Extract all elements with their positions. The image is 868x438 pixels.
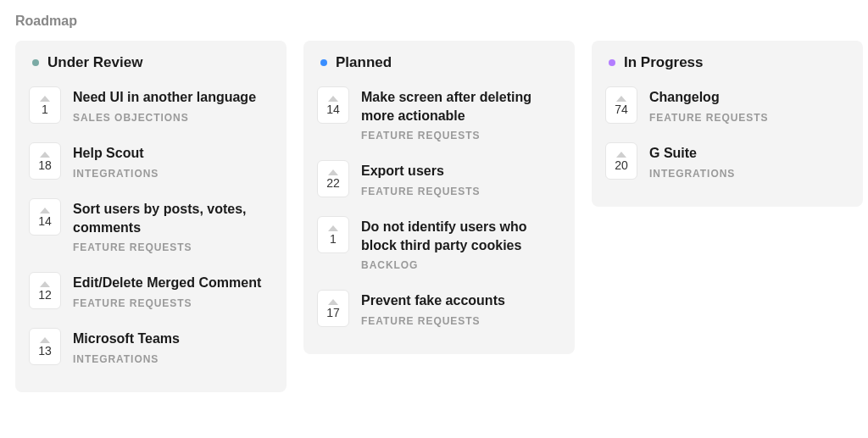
card-body: Export users FEATURE REQUESTS bbox=[361, 160, 561, 197]
caret-up-icon bbox=[40, 281, 50, 287]
column-title: In Progress bbox=[624, 54, 704, 71]
column-header: Planned bbox=[317, 54, 561, 71]
card-title[interactable]: Make screen after deleting more actionab… bbox=[361, 88, 561, 125]
vote-count: 13 bbox=[38, 345, 52, 357]
roadmap-card: 17 Prevent fake accounts FEATURE REQUEST… bbox=[317, 290, 561, 327]
card-body: Changelog FEATURE REQUESTS bbox=[649, 86, 849, 124]
upvote-button[interactable]: 20 bbox=[605, 142, 637, 180]
card-title[interactable]: Prevent fake accounts bbox=[361, 291, 561, 310]
card-title[interactable]: Edit/Delete Merged Comment bbox=[73, 274, 273, 292]
roadmap-card: 18 Help Scout INTEGRATIONS bbox=[29, 142, 273, 180]
card-title[interactable]: G Suite bbox=[649, 144, 849, 163]
vote-count: 1 bbox=[42, 103, 48, 115]
card-category: INTEGRATIONS bbox=[73, 168, 273, 180]
caret-up-icon bbox=[40, 152, 50, 158]
caret-up-icon bbox=[328, 169, 338, 175]
card-body: G Suite INTEGRATIONS bbox=[649, 142, 849, 180]
card-category: BACKLOG bbox=[361, 259, 561, 271]
caret-up-icon bbox=[328, 299, 338, 305]
vote-count: 74 bbox=[615, 103, 628, 115]
upvote-button[interactable]: 1 bbox=[317, 216, 349, 253]
caret-up-icon bbox=[328, 225, 338, 231]
roadmap-card: 13 Microsoft Teams INTEGRATIONS bbox=[29, 328, 273, 365]
roadmap-card: 74 Changelog FEATURE REQUESTS bbox=[605, 86, 849, 124]
roadmap-card: 22 Export users FEATURE REQUESTS bbox=[317, 160, 561, 197]
caret-up-icon bbox=[40, 208, 50, 213]
card-body: Do not identify users who block third pa… bbox=[361, 216, 561, 271]
card-title[interactable]: Sort users by posts, votes, comments bbox=[73, 200, 273, 236]
roadmap-card: 20 G Suite INTEGRATIONS bbox=[605, 142, 849, 180]
vote-count: 22 bbox=[326, 177, 340, 189]
vote-count: 20 bbox=[615, 159, 628, 171]
vote-count: 12 bbox=[38, 289, 52, 301]
card-title[interactable]: Help Scout bbox=[73, 144, 273, 163]
upvote-button[interactable]: 1 bbox=[29, 86, 61, 124]
card-body: Edit/Delete Merged Comment FEATURE REQUE… bbox=[73, 272, 273, 309]
upvote-button[interactable]: 14 bbox=[29, 198, 61, 236]
status-dot-icon bbox=[609, 59, 615, 66]
status-dot-icon bbox=[320, 59, 327, 66]
card-category: FEATURE REQUESTS bbox=[73, 241, 273, 253]
roadmap-card: 1 Need UI in another language SALES OBJE… bbox=[29, 86, 273, 124]
column-in-progress: In Progress 74 Changelog FEATURE REQUEST… bbox=[592, 41, 863, 207]
upvote-button[interactable]: 14 bbox=[317, 86, 349, 124]
caret-up-icon bbox=[40, 96, 50, 102]
caret-up-icon bbox=[616, 152, 626, 158]
column-header: Under Review bbox=[29, 54, 273, 71]
card-body: Make screen after deleting more actionab… bbox=[361, 86, 561, 141]
column-title: Under Review bbox=[47, 54, 142, 71]
card-body: Help Scout INTEGRATIONS bbox=[73, 142, 273, 180]
card-category: FEATURE REQUESTS bbox=[649, 112, 849, 124]
card-body: Microsoft Teams INTEGRATIONS bbox=[73, 328, 273, 365]
card-category: SALES OBJECTIONS bbox=[73, 112, 273, 124]
upvote-button[interactable]: 74 bbox=[605, 86, 637, 124]
column-under-review: Under Review 1 Need UI in another langua… bbox=[15, 41, 287, 392]
vote-count: 14 bbox=[38, 215, 52, 227]
roadmap-card: 14 Sort users by posts, votes, comments … bbox=[29, 198, 273, 253]
upvote-button[interactable]: 17 bbox=[317, 290, 349, 327]
status-dot-icon bbox=[32, 59, 39, 66]
column-title: Planned bbox=[336, 54, 392, 71]
card-category: INTEGRATIONS bbox=[73, 353, 273, 365]
caret-up-icon bbox=[616, 96, 626, 102]
roadmap-card: 1 Do not identify users who block third … bbox=[317, 216, 561, 271]
card-title[interactable]: Export users bbox=[361, 162, 561, 180]
card-title[interactable]: Changelog bbox=[649, 88, 849, 107]
card-title[interactable]: Need UI in another language bbox=[73, 88, 273, 107]
card-body: Sort users by posts, votes, comments FEA… bbox=[73, 198, 273, 253]
roadmap-board: Under Review 1 Need UI in another langua… bbox=[15, 41, 853, 392]
column-header: In Progress bbox=[605, 54, 849, 71]
caret-up-icon bbox=[40, 337, 50, 343]
card-category: FEATURE REQUESTS bbox=[361, 315, 561, 327]
upvote-button[interactable]: 13 bbox=[29, 328, 61, 365]
card-title[interactable]: Do not identify users who block third pa… bbox=[361, 218, 561, 254]
roadmap-card: 14 Make screen after deleting more actio… bbox=[317, 86, 561, 141]
roadmap-card: 12 Edit/Delete Merged Comment FEATURE RE… bbox=[29, 272, 273, 309]
card-body: Need UI in another language SALES OBJECT… bbox=[73, 86, 273, 124]
card-body: Prevent fake accounts FEATURE REQUESTS bbox=[361, 290, 561, 327]
upvote-button[interactable]: 12 bbox=[29, 272, 61, 309]
vote-count: 14 bbox=[326, 103, 340, 115]
vote-count: 1 bbox=[330, 233, 337, 245]
column-planned: Planned 14 Make screen after deleting mo… bbox=[303, 41, 575, 354]
upvote-button[interactable]: 22 bbox=[317, 160, 349, 197]
page-title: Roadmap bbox=[15, 14, 853, 29]
vote-count: 17 bbox=[326, 307, 340, 319]
card-title[interactable]: Microsoft Teams bbox=[73, 330, 273, 348]
card-category: FEATURE REQUESTS bbox=[361, 186, 561, 197]
card-category: INTEGRATIONS bbox=[649, 168, 849, 180]
card-category: FEATURE REQUESTS bbox=[73, 297, 273, 309]
upvote-button[interactable]: 18 bbox=[29, 142, 61, 180]
card-category: FEATURE REQUESTS bbox=[361, 130, 561, 141]
caret-up-icon bbox=[328, 96, 338, 102]
vote-count: 18 bbox=[38, 159, 52, 171]
